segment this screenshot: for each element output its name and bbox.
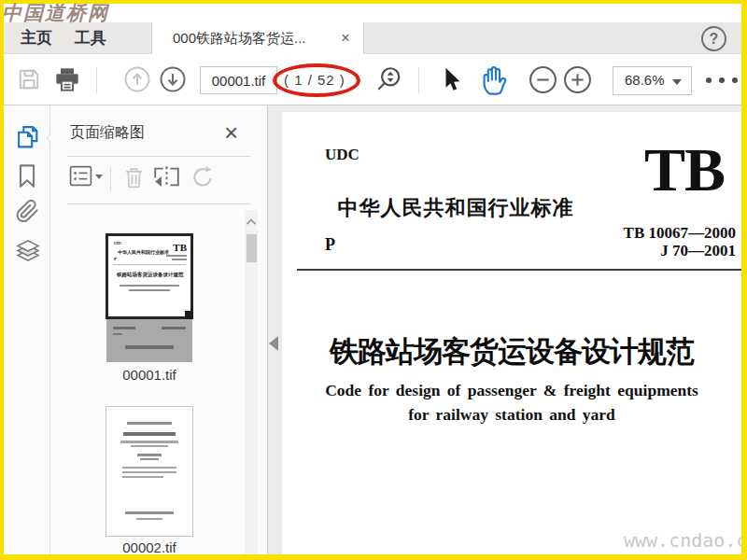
- watermark-top-left: 中国道桥网: [2, 0, 109, 26]
- zoom-level-dropdown[interactable]: 68.6%: [613, 66, 692, 95]
- thumbnail-1-label: 00001.tif: [89, 367, 210, 383]
- document-tab-label: 000铁路站场客货运...: [173, 22, 306, 54]
- main-toolbar: ( 1 / 52 ): [4, 54, 741, 105]
- mini-text: P: [114, 257, 117, 261]
- divider: [67, 203, 250, 204]
- page-p-mark: P: [325, 235, 335, 255]
- thumbnail-1-hidden-area[interactable]: [106, 319, 192, 362]
- sidebar-iconbar: [4, 105, 50, 554]
- print-button[interactable]: [50, 54, 84, 105]
- help-icon[interactable]: ?: [701, 26, 726, 51]
- close-tab-icon[interactable]: ×: [341, 29, 350, 48]
- sidebar-item-layers[interactable]: [15, 238, 41, 268]
- page-rule: [297, 269, 741, 271]
- rotate-page-button[interactable]: [190, 165, 215, 193]
- page-title: 铁路站场客货运设备设计规范: [282, 332, 741, 371]
- page-name-input[interactable]: [200, 66, 277, 94]
- arrow-down-circle-icon: [159, 65, 187, 93]
- select-tool-button[interactable]: [435, 54, 467, 105]
- chevron-down-icon: [95, 175, 103, 179]
- page-thumbnails-panel: 页面缩略图 ×: [50, 105, 268, 554]
- zoom-level-value: 68.6%: [625, 72, 665, 88]
- page-thumbnails-icon: [15, 124, 40, 150]
- frame-border: [0, 0, 4, 560]
- split-pages-button[interactable]: [153, 164, 180, 193]
- thumbnail-2-image[interactable]: [106, 406, 193, 537]
- save-icon: [17, 67, 41, 91]
- page-udc: UDC: [325, 146, 359, 164]
- scrollbar-thumb[interactable]: [247, 234, 257, 262]
- plus-circle-icon: [563, 65, 592, 94]
- split-pages-icon: [153, 164, 180, 189]
- chevron-down-icon: [672, 79, 682, 85]
- divider: [67, 156, 250, 157]
- minus-circle-icon: [529, 65, 557, 94]
- next-page-button[interactable]: [157, 54, 189, 105]
- sidebar-item-attachments[interactable]: [15, 199, 40, 228]
- frame-border: [741, 0, 747, 560]
- layers-icon: [15, 238, 41, 264]
- arrow-up-circle-icon: [123, 65, 151, 93]
- rotate-counterclockwise-icon: [190, 165, 215, 189]
- bookmark-icon: [15, 163, 39, 189]
- sidebar-item-bookmarks[interactable]: [15, 163, 39, 192]
- zoom-in-button[interactable]: [561, 54, 593, 105]
- hand-tool-button[interactable]: [476, 54, 512, 105]
- tab-home[interactable]: 主页: [13, 22, 60, 54]
- tab-strip: 主页 工具 000铁路站场客货运... × ?: [4, 22, 741, 54]
- mini-text: 铁路站场客货运设备设计规范: [117, 272, 184, 278]
- thumbnail-1-visible-area[interactable]: UDC 中华人民共和国行业标准 TB P 铁路站场客货运设备设计规范: [106, 233, 193, 319]
- page-zoom-tool-button[interactable]: [372, 54, 405, 105]
- document-tab[interactable]: 000铁路站场客货运... ×: [151, 22, 364, 54]
- zoom-out-button[interactable]: [527, 54, 558, 105]
- title-bar: [4, 4, 741, 22]
- watermark-bottom-right: www.cndao.com: [624, 529, 747, 552]
- thumbnail-2-label: 00002.tif: [89, 539, 210, 555]
- delete-page-button[interactable]: [123, 165, 145, 193]
- divider: [110, 167, 111, 191]
- frame-border: [0, 554, 747, 560]
- close-panel-icon[interactable]: ×: [224, 119, 238, 147]
- mini-text: 中华人民共和国行业标准: [118, 249, 169, 255]
- toolbar-separator: [96, 67, 97, 93]
- save-button[interactable]: [13, 54, 45, 105]
- magnifier-icon: [374, 65, 402, 93]
- frame-border: [0, 0, 747, 4]
- collapse-panel-icon[interactable]: [269, 336, 278, 351]
- more-tools-button[interactable]: [706, 77, 743, 83]
- scroll-up-icon[interactable]: [246, 217, 257, 225]
- toolbar-separator: [418, 67, 419, 93]
- page-code-numbers: TB 10067—2000 J 70—2001: [624, 224, 736, 259]
- print-icon: [54, 67, 80, 91]
- mini-text: TB: [173, 242, 187, 253]
- page-tb-mark: TB: [644, 142, 725, 198]
- options-list-icon: [69, 165, 92, 187]
- view-rect-handle[interactable]: [185, 311, 193, 319]
- thumbnail-options-button[interactable]: [69, 165, 92, 190]
- page-subtitle-en-2: for railway station and yard: [282, 405, 741, 425]
- pdf-viewer-window: 主页 工具 000铁路站场客货运... × ?: [0, 0, 747, 560]
- previous-page-button[interactable]: [121, 54, 153, 105]
- document-viewport[interactable]: UDC 中华人民共和国行业标准 TB TB 10067—2000 J 70—20…: [268, 105, 741, 554]
- panel-title: 页面缩略图: [70, 123, 145, 143]
- trash-icon: [123, 165, 145, 189]
- paperclip-icon: [15, 199, 40, 224]
- document-page: UDC 中华人民共和国行业标准 TB TB 10067—2000 J 70—20…: [282, 112, 741, 554]
- mini-text: UDC: [114, 241, 122, 245]
- tab-tools[interactable]: 工具: [67, 22, 114, 54]
- sidebar-item-page-thumbnails[interactable]: [15, 124, 40, 154]
- hand-icon: [480, 64, 509, 95]
- page-subtitle-en-1: Code for design of passenger & freight e…: [282, 381, 741, 400]
- cursor-arrow-icon: [441, 66, 461, 92]
- annotation-red-circle: [273, 63, 360, 97]
